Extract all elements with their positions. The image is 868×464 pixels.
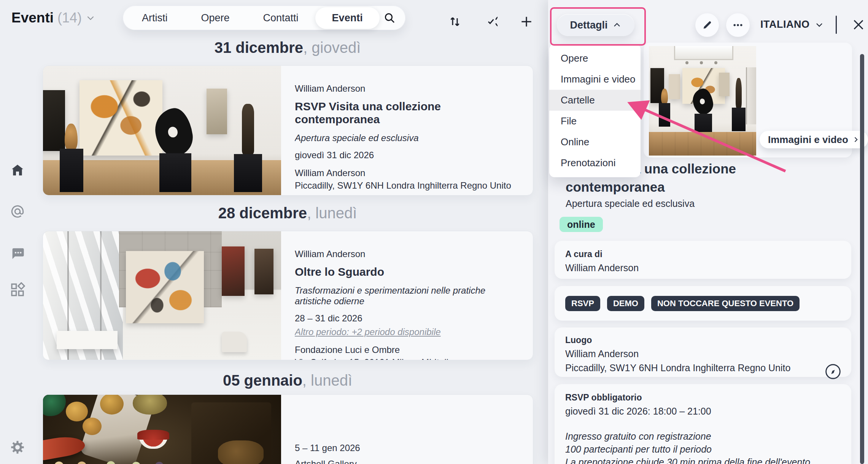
chat-icon[interactable] bbox=[10, 246, 25, 261]
date-heading-day: , lunedì bbox=[302, 372, 352, 389]
tag-pill: NON TOCCARE QUESTO EVENTO bbox=[651, 296, 800, 311]
curator-card: A cura di William Anderson bbox=[555, 241, 851, 279]
date-heading-day: , giovedì bbox=[303, 39, 361, 56]
home-icon[interactable] bbox=[10, 163, 25, 178]
chevron-down-icon bbox=[86, 13, 95, 23]
event-venue: Fondazione Luci e Ombre bbox=[295, 345, 524, 355]
rsvp-label: RSVP obbligatorio bbox=[565, 392, 841, 403]
date-heading-day: , lunedì bbox=[307, 205, 357, 221]
search-icon[interactable] bbox=[381, 10, 398, 26]
compass-icon[interactable] bbox=[825, 363, 841, 380]
event-image-gallery-room-small bbox=[649, 46, 756, 156]
event-image-still-life bbox=[43, 395, 281, 464]
event-title: RSVP Visita una collezione contemporanea bbox=[295, 100, 524, 126]
close-button[interactable] bbox=[851, 17, 866, 33]
curator-name: William Anderson bbox=[565, 262, 841, 273]
event-card-body: William Anderson Oltre lo Sguardo Trasfo… bbox=[295, 231, 524, 360]
event-date: 5 – 11 gen 2026 bbox=[295, 443, 524, 453]
date-heading: 28 dicembre, lunedì bbox=[43, 205, 533, 222]
chevron-right-icon bbox=[852, 136, 860, 143]
annotation-highlight-box bbox=[550, 7, 646, 46]
event-card-body: 5 – 11 gen 2026 Artshell Gallery bbox=[295, 395, 524, 464]
entity-tabbar: Artisti Opere Contatti Eventi bbox=[123, 6, 405, 30]
date-heading-date: 05 gennaio bbox=[223, 372, 302, 389]
menu-item-immagini-e-video[interactable]: Immagini e video bbox=[549, 69, 641, 90]
add-icon[interactable] bbox=[518, 14, 534, 30]
more-options-button[interactable] bbox=[726, 13, 750, 37]
tab-contatti[interactable]: Contatti bbox=[246, 7, 315, 29]
event-image-modern-interior bbox=[43, 231, 281, 360]
toolbar-actions bbox=[447, 14, 534, 30]
menu-item-opere[interactable]: Opere bbox=[549, 48, 641, 69]
tag-pill: DEMO bbox=[607, 296, 644, 311]
apps-grid-icon[interactable] bbox=[10, 282, 25, 297]
language-selector[interactable]: ITALIANO bbox=[760, 19, 824, 30]
event-card[interactable]: 5 – 11 gen 2026 Artshell Gallery bbox=[43, 394, 533, 464]
event-title: Oltre lo Sguardo bbox=[295, 265, 524, 278]
event-venue: William Anderson bbox=[295, 168, 524, 178]
tab-artisti[interactable]: Artisti bbox=[125, 7, 184, 29]
location-name: William Anderson bbox=[565, 348, 841, 359]
tag-pill: RSVP bbox=[565, 296, 600, 311]
panel-event-subtitle: Apertura speciale ed esclusiva bbox=[566, 198, 695, 209]
event-address: Via Solferino 15, 20121 Milano MI Italia bbox=[295, 357, 524, 360]
status-badge: online bbox=[560, 217, 603, 232]
location-card: Luogo William Anderson Piccadilly, SW1Y … bbox=[555, 327, 851, 377]
curator-label: A cura di bbox=[565, 249, 841, 259]
edit-pencil-button[interactable] bbox=[695, 13, 719, 37]
rsvp-card: RSVP obbligatorio giovedì 31 dic 2026: 1… bbox=[555, 384, 851, 464]
event-subtitle: Trasformazioni e sperimentazioni nelle p… bbox=[295, 285, 524, 307]
location-address: Piccadilly, SW1Y 6NH Londra Inghilterra … bbox=[565, 362, 828, 373]
event-card[interactable]: William Anderson RSVP Visita una collezi… bbox=[43, 65, 533, 195]
event-card[interactable]: William Anderson Oltre lo Sguardo Trasfo… bbox=[43, 231, 533, 360]
event-period-link[interactable]: Altro periodo: +2 periodo disponibile bbox=[295, 327, 524, 337]
page-title: Eventi bbox=[11, 10, 54, 26]
language-label: ITALIANO bbox=[760, 19, 809, 30]
event-artist: William Anderson bbox=[295, 83, 524, 94]
panel-scrollbar[interactable] bbox=[860, 54, 864, 464]
details-dropdown-menu: Opere Immagini e video Cartelle File Onl… bbox=[549, 44, 641, 177]
event-address: Piccadilly, SW1Y 6NH Londra Inghilterra … bbox=[295, 180, 524, 191]
date-heading: 31 dicembre, giovedì bbox=[43, 39, 533, 56]
settings-gear-icon[interactable] bbox=[10, 440, 25, 455]
tab-opere[interactable]: Opere bbox=[184, 7, 246, 29]
detail-panel: Dettagli ITALIANO bbox=[548, 0, 868, 464]
menu-item-prenotazioni[interactable]: Prenotazioni bbox=[549, 153, 641, 173]
event-artist: William Anderson bbox=[295, 249, 524, 259]
header-divider bbox=[836, 16, 837, 34]
pencil-icon bbox=[702, 20, 712, 30]
event-date: giovedì 31 dic 2026 bbox=[295, 150, 524, 160]
menu-item-online[interactable]: Online bbox=[549, 132, 641, 153]
media-button-label: Immagini e video bbox=[768, 134, 848, 146]
event-date: 28 – 31 dic 2026 bbox=[295, 313, 524, 324]
menu-item-cartelle[interactable]: Cartelle bbox=[549, 90, 641, 111]
app-window: Eventi (14) Artisti Opere Contatti Event… bbox=[0, 0, 868, 464]
date-heading-date: 28 dicembre bbox=[218, 205, 307, 221]
panel-event-title-line2: contemporanea bbox=[566, 178, 847, 196]
tab-eventi[interactable]: Eventi bbox=[315, 7, 380, 29]
select-check-icon[interactable] bbox=[483, 14, 499, 30]
mention-icon[interactable] bbox=[10, 204, 25, 219]
page-count: (14) bbox=[57, 10, 82, 26]
event-subtitle: Apertura speciale ed esclusiva bbox=[295, 133, 524, 143]
event-image-gallery-room bbox=[43, 66, 281, 195]
rsvp-note: La prenotazione chiude 30 min prima dell… bbox=[565, 456, 841, 464]
left-sidebar bbox=[0, 0, 43, 464]
date-heading-date: 31 dicembre bbox=[215, 39, 303, 56]
event-card-body: William Anderson RSVP Visita una collezi… bbox=[295, 66, 524, 195]
ellipsis-icon bbox=[732, 19, 744, 31]
location-label: Luogo bbox=[565, 335, 841, 345]
chevron-down-icon bbox=[815, 20, 824, 29]
tags-card: RSVP DEMO NON TOCCARE QUESTO EVENTO bbox=[555, 286, 851, 321]
close-icon bbox=[852, 18, 865, 31]
event-venue: Artshell Gallery bbox=[295, 459, 524, 464]
menu-item-file[interactable]: File bbox=[549, 111, 641, 132]
rsvp-datetime: giovedì 31 dic 2026: 18:00 – 21:00 bbox=[565, 406, 841, 417]
rsvp-note: 100 partecipanti per tutto il periodo bbox=[565, 443, 841, 456]
rsvp-note: Ingresso gratuito con registrazione bbox=[565, 430, 841, 443]
media-button[interactable]: Immagini e video bbox=[760, 131, 868, 148]
page-title-group[interactable]: Eventi (14) bbox=[11, 10, 95, 26]
date-heading: 05 gennaio, lunedì bbox=[43, 372, 533, 389]
sort-icon[interactable] bbox=[447, 14, 463, 30]
